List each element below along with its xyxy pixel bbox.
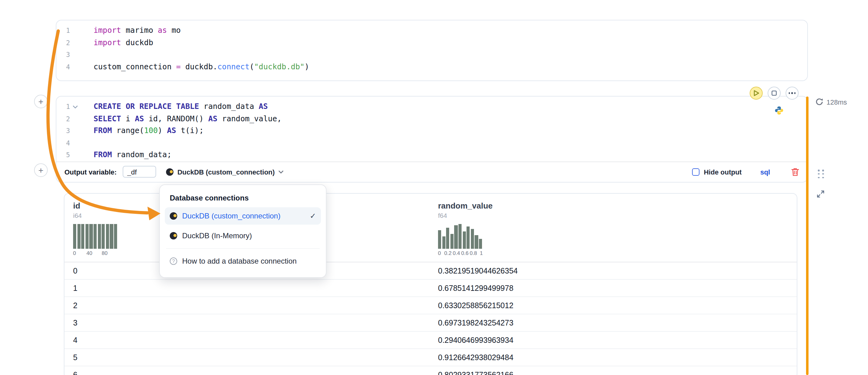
- code-line: 2import duckdb: [56, 37, 807, 49]
- histogram-bar: [438, 230, 441, 249]
- cell-id: 3: [73, 318, 438, 327]
- sql-output-toolbar: Output variable: DuckDB (custom_connecti…: [56, 161, 807, 182]
- engine-select-button[interactable]: DuckDB (custom_connection): [166, 168, 284, 176]
- axis-tick-label: 0.6: [461, 250, 469, 256]
- histogram-bar: [467, 227, 470, 249]
- help-icon: ?: [170, 258, 177, 265]
- add-cell-button[interactable]: +: [34, 95, 48, 108]
- histogram-bar: [77, 224, 81, 249]
- axis-tick-label: 1: [480, 250, 483, 256]
- line-number: 4: [56, 61, 70, 73]
- line-number: 4: [56, 137, 70, 149]
- histogram-bar: [479, 239, 482, 249]
- column-histogram: 00.20.40.60.81: [438, 224, 485, 256]
- cell-runtime-indicator[interactable]: 128ms: [815, 98, 847, 106]
- python-code-cell[interactable]: 1import marimo as mo2import duckdb34cust…: [56, 20, 808, 81]
- column-dtype: f64: [438, 212, 797, 219]
- axis-tick-label: 0.4: [453, 250, 460, 256]
- menu-item[interactable]: DuckDB (In-Memory): [165, 227, 321, 244]
- trash-icon: [791, 168, 799, 176]
- fold-spacer: [70, 149, 80, 161]
- delete-cell-button[interactable]: [791, 168, 799, 176]
- expand-cell-icon[interactable]: [816, 190, 825, 201]
- menu-item-label: DuckDB (In-Memory): [182, 232, 252, 240]
- output-variable-label: Output variable:: [64, 168, 117, 176]
- code-text: FROM range(100) AS t(i);: [80, 125, 204, 137]
- histogram-bar: [471, 229, 474, 249]
- code-line: 4: [56, 137, 807, 149]
- histogram-bar: [90, 224, 93, 249]
- code-line: 5FROM random_data;: [56, 149, 807, 161]
- menu-item[interactable]: DuckDB (custom_connection)✓: [165, 207, 321, 225]
- stop-square-icon: [771, 90, 777, 96]
- line-number: 3: [56, 125, 70, 137]
- table-row: 10.6785141299499978: [64, 280, 797, 297]
- histogram-bar: [106, 224, 110, 249]
- histogram-bar: [73, 224, 76, 249]
- table-body: 00.3821951904462635410.67851412994999782…: [64, 262, 797, 375]
- line-number: 1: [56, 101, 70, 113]
- histogram-bar: [86, 224, 89, 249]
- duckdb-icon: [170, 212, 177, 220]
- code-line: 1import marimo as mo: [56, 25, 807, 37]
- menu-item[interactable]: ?How to add a database connection: [165, 252, 321, 270]
- menu-item-label: How to add a database connection: [182, 257, 297, 266]
- code-line: 2SELECT i AS id, RANDOM() AS random_valu…: [56, 113, 807, 125]
- cell-random-value: 0.6973198243254273: [438, 318, 797, 327]
- fold-chevron-icon[interactable]: [70, 101, 80, 113]
- line-number: 1: [56, 25, 70, 37]
- database-connections-dropdown: Database connections DuckDB (custom_conn…: [159, 184, 327, 278]
- table-row: 40.2940646993963934: [64, 332, 797, 349]
- code-text: import marimo as mo: [80, 25, 181, 37]
- code-text: [80, 137, 94, 149]
- cell-id: 4: [73, 336, 438, 344]
- menu-item-label: DuckDB (custom_connection): [182, 212, 280, 220]
- cell-id: 1: [73, 284, 438, 293]
- code-text: custom_connection = duckdb.connect("duck…: [80, 61, 309, 73]
- cell-random-value: 0.2940646993963934: [438, 336, 797, 344]
- duckdb-icon: [170, 232, 177, 239]
- python-code-editor[interactable]: 1import marimo as mo2import duckdb34cust…: [56, 25, 807, 73]
- line-number: 5: [56, 149, 70, 161]
- drag-handle-icon[interactable]: [818, 170, 825, 178]
- sql-code-editor[interactable]: 1CREATE OR REPLACE TABLE random_data AS2…: [56, 97, 807, 161]
- refresh-icon: [815, 98, 824, 106]
- cell-random-value: 0.38219519044626354: [438, 266, 797, 275]
- hide-output-control[interactable]: Hide output: [692, 168, 742, 176]
- histogram-bar: [81, 224, 85, 249]
- line-number: 2: [56, 113, 70, 125]
- fold-spacer: [70, 125, 80, 137]
- cell-more-options-button[interactable]: [785, 87, 799, 100]
- engine-select-label: DuckDB (custom_connection): [178, 168, 275, 176]
- language-toggle[interactable]: sql: [760, 168, 770, 176]
- table-row: 50.9126642938029484: [64, 349, 797, 366]
- play-icon: [753, 90, 759, 97]
- code-text: SELECT i AS id, RANDOM() AS random_value…: [80, 113, 282, 125]
- line-number: 3: [56, 49, 70, 61]
- column-name: random_value: [438, 201, 797, 210]
- axis-tick-label: 0.2: [444, 250, 452, 256]
- cell-id: 5: [73, 353, 438, 362]
- histogram-bar: [102, 224, 105, 249]
- fold-spacer: [70, 49, 80, 61]
- histogram-bar: [455, 225, 458, 249]
- cell-id: 2: [73, 301, 438, 310]
- histogram-bar: [446, 228, 450, 249]
- stop-cell-button[interactable]: [768, 87, 781, 100]
- histogram-bar: [463, 232, 466, 249]
- sql-code-cell[interactable]: 1CREATE OR REPLACE TABLE random_data AS2…: [56, 96, 808, 182]
- dropdown-title: Database connections: [165, 190, 321, 207]
- run-cell-button[interactable]: [750, 87, 763, 100]
- column-header-random-value[interactable]: random_value f64 00.20.40.60.81: [438, 201, 797, 262]
- axis-tick-label: 80: [102, 250, 107, 256]
- add-cell-button[interactable]: +: [34, 163, 48, 177]
- hide-output-checkbox[interactable]: [692, 168, 700, 176]
- table-row: 20.6330258856215012: [64, 297, 797, 314]
- code-text: FROM random_data;: [80, 149, 172, 161]
- fold-spacer: [70, 113, 80, 125]
- cell-id: 6: [73, 370, 438, 375]
- marimo-notebook-canvas: + + 1import marimo as mo2import duckdb34…: [0, 0, 868, 375]
- output-variable-input[interactable]: [123, 166, 156, 178]
- code-line: 3: [56, 49, 807, 61]
- code-line: 1CREATE OR REPLACE TABLE random_data AS: [56, 101, 807, 113]
